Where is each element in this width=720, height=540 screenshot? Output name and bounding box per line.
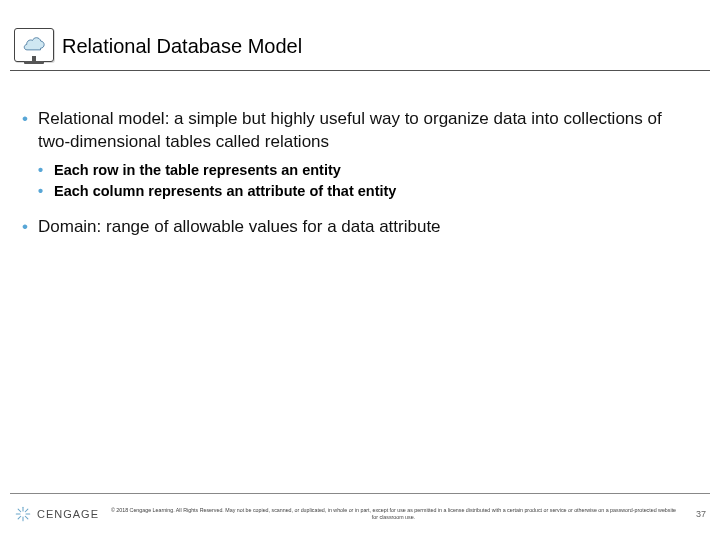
- bullet-text: Domain: range of allowable values for a …: [38, 217, 441, 236]
- footer-rule: [10, 493, 710, 494]
- page-number: 37: [688, 509, 706, 519]
- copyright-text: © 2018 Cengage Learning. All Rights Rese…: [99, 507, 688, 520]
- svg-line-7: [18, 516, 21, 519]
- slide-title: Relational Database Model: [62, 33, 302, 58]
- header-rule: [10, 70, 710, 71]
- slide-footer: CENGAGE © 2018 Cengage Learning. All Rig…: [14, 498, 706, 530]
- brand-logo: CENGAGE: [14, 505, 99, 523]
- cloud-icon: [21, 36, 47, 54]
- brand-text: CENGAGE: [37, 508, 99, 520]
- svg-line-5: [25, 516, 28, 519]
- svg-line-6: [25, 509, 28, 512]
- sub-list-item: Each column represents an attribute of t…: [38, 181, 690, 202]
- slide-body: Relational model: a simple but highly us…: [22, 108, 690, 253]
- bullet-list: Relational model: a simple but highly us…: [22, 108, 690, 239]
- cengage-burst-icon: [14, 505, 32, 523]
- sub-list-item: Each row in the table represents an enti…: [38, 160, 690, 181]
- sub-bullet-text: Each column represents an attribute of t…: [54, 183, 396, 199]
- sub-bullet-text: Each row in the table represents an enti…: [54, 162, 341, 178]
- list-item: Domain: range of allowable values for a …: [22, 216, 690, 239]
- list-item: Relational model: a simple but highly us…: [22, 108, 690, 202]
- monitor-stand-icon: [24, 56, 44, 64]
- sub-list: Each row in the table represents an enti…: [38, 160, 690, 202]
- slide: Relational Database Model Relational mod…: [0, 0, 720, 540]
- slide-header: Relational Database Model: [14, 22, 706, 68]
- svg-line-4: [18, 509, 21, 512]
- bullet-text: Relational model: a simple but highly us…: [38, 109, 662, 151]
